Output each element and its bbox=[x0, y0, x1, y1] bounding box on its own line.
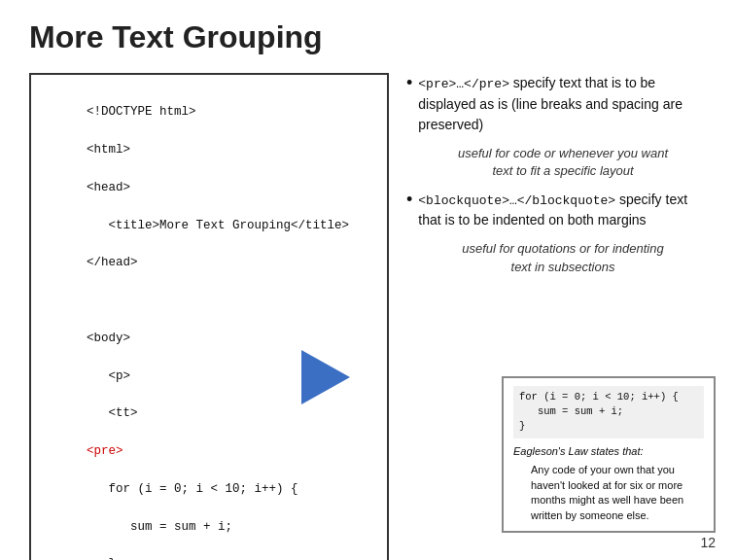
bullet-dot-2: • bbox=[406, 190, 412, 211]
right-arrow-icon bbox=[301, 350, 350, 404]
bullet-text-blockquote: <blockquote>…</blockquote> specify text … bbox=[418, 190, 706, 231]
code-line-7: <p> bbox=[87, 369, 130, 383]
code-line-5: </head> bbox=[87, 256, 138, 269]
code-line-4: <title>More Text Grouping</title> bbox=[87, 219, 349, 232]
code-box: <!DOCTYPE html> <html> <head> <title>Mor… bbox=[29, 73, 389, 560]
preview-code: for (i = 0; i < 10; i++) { sum = sum + i… bbox=[513, 386, 704, 438]
code-line-8: <tt> bbox=[87, 406, 138, 420]
preview-box: for (i = 0; i < 10; i++) { sum = sum + i… bbox=[502, 376, 716, 533]
code-line-3: <head> bbox=[87, 181, 130, 194]
pre-note-text: useful for code or whenever you wanttext… bbox=[458, 146, 668, 178]
pre-tag: <pre>…</pre> bbox=[418, 77, 509, 91]
slide-title: More Text Grouping bbox=[29, 19, 706, 55]
bullet-pre: • <pre>…</pre> specify text that is to b… bbox=[406, 73, 706, 135]
arrow-container bbox=[301, 350, 350, 408]
code-line-2: <html> bbox=[87, 143, 130, 157]
code-pre-open: <pre> bbox=[87, 444, 123, 458]
slide: More Text Grouping <!DOCTYPE html> <html… bbox=[0, 0, 735, 560]
bullet-blockquote: • <blockquote>…</blockquote> specify tex… bbox=[406, 190, 706, 231]
eagleson-label: Eagleson's Law states that: bbox=[513, 444, 704, 460]
bullet-text-pre: <pre>…</pre> specify text that is to be … bbox=[418, 73, 706, 135]
pre-italic-note: useful for code or whenever you wanttext… bbox=[420, 145, 706, 180]
page-number: 12 bbox=[700, 535, 716, 550]
blockquote-note-text: useful for quotations or for indentingte… bbox=[462, 241, 663, 273]
code-line-1: <!DOCTYPE html> bbox=[87, 105, 196, 119]
bullet-dot-1: • bbox=[406, 73, 412, 94]
blockquote-italic-note: useful for quotations or for indentingte… bbox=[420, 240, 706, 275]
eagleson-quote: Any code of your own that you haven't lo… bbox=[531, 463, 704, 523]
code-line-9: for (i = 0; i < 10; i++) { bbox=[87, 482, 298, 496]
code-line-6: <body> bbox=[87, 332, 130, 345]
blockquote-tag: <blockquote>…</blockquote> bbox=[418, 193, 615, 208]
code-line-10: sum = sum + i; bbox=[87, 520, 232, 534]
